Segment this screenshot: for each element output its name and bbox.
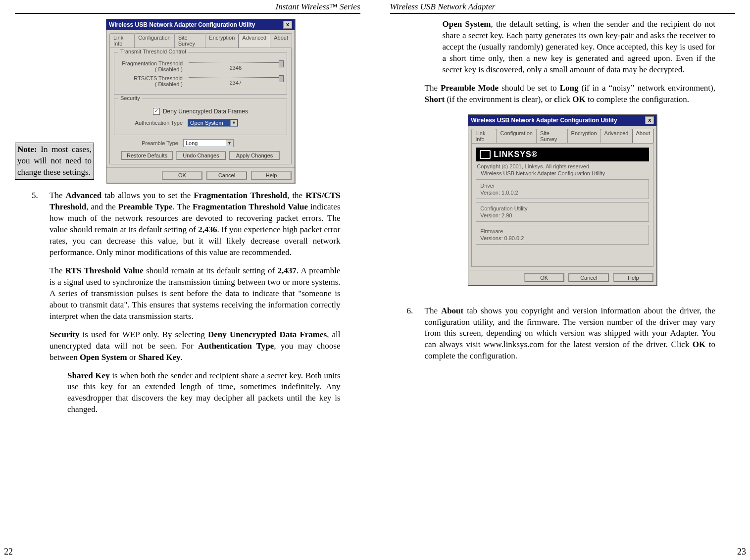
preamble-type-label: Preamble Type [114,140,178,146]
text-bold: Shared Key [67,371,110,380]
text: tab shows you copyright and version info… [425,306,716,350]
tab-configuration[interactable]: Configuration [134,33,174,48]
text: The [425,306,441,315]
dialog-title: Wireless USB Network Adapter Configurati… [471,117,617,124]
copyright-text: Copyright (c) 2001, Linksys. All rights … [477,163,649,169]
running-head-left: Instant Wireless™ Series [15,2,360,14]
cancel-button[interactable]: Cancel [206,171,247,180]
config-title: Configuration Utility [480,205,645,211]
list-number: 5. [32,190,38,202]
rts-threshold-value: 2347 [189,80,283,86]
firmware-title: Firmware [480,228,645,234]
driver-title: Driver [480,183,645,189]
text: . The [173,202,193,211]
security-group: Security ✓ Deny Unencrypted Data Frames … [114,99,287,135]
text: The [50,266,65,275]
text-bold: About [441,306,463,315]
help-button[interactable]: Help [251,171,292,180]
paragraph: The RTS Threshold Value should remain at… [50,265,341,322]
ok-button[interactable]: OK [162,171,202,180]
rts-threshold-slider[interactable]: 2347 [189,77,283,86]
text: , the [287,191,305,200]
list-item-6: 6. The About tab shows you copyright and… [425,305,716,362]
text: . [181,353,183,362]
text-bold: Preamble Type [118,202,173,211]
chevron-down-icon[interactable]: ▼ [230,120,237,126]
close-icon[interactable]: x [645,116,654,124]
text-bold: Deny Unencrypted Data Frames [208,330,327,339]
paragraph: Open System, the default setting, is whe… [443,19,716,76]
transmit-threshold-group: Transmit Threshold Control Fragmentation… [114,52,287,95]
text: The [50,191,66,200]
page-left: Instant Wireless™ Series Note: In most c… [0,0,375,560]
text: should be set to [499,83,560,93]
text-bold: RTS Threshold Value [65,266,144,275]
text: , and the [86,202,118,211]
text-bold: 2,437 [278,266,297,275]
help-button[interactable]: Help [613,273,653,282]
text-bold: c [554,95,558,104]
paragraph: Shared Key is when both the sender and r… [67,370,341,416]
text-bold: Advanced [66,191,102,200]
close-icon[interactable]: x [283,21,292,29]
list-item-5: 5. The Advanced tab allows you to set th… [50,190,341,258]
text: lick [558,95,573,104]
apply-changes-button[interactable]: Apply Changes [229,151,280,160]
text-bold: Short [425,95,445,104]
cancel-button[interactable]: Cancel [568,273,609,282]
text: to complete the configuration. [586,95,689,104]
about-dialog: Wireless USB Network Adapter Configurati… [468,114,657,286]
text-bold: OK [693,340,705,349]
about-tab-panel: LINKSYS® Copyright (c) 2001, Linksys. Al… [471,143,653,267]
tab-link-info[interactable]: Link Info [471,129,497,143]
text: (if in a “noisy” network environment), [579,83,715,93]
text: (if the environment is clear), or [445,95,554,104]
restore-defaults-button[interactable]: Restore Defaults [121,151,173,160]
linksys-brand-banner: LINKSYS® [476,148,649,161]
page-number-right: 23 [737,547,746,557]
tabstrip: Link Info Configuration Site Survey Encr… [109,33,292,48]
deny-unencrypted-checkbox[interactable]: ✓ [153,108,160,115]
tab-site-survey[interactable]: Site Survey [174,33,206,48]
text-bold: Authentication Type [198,341,274,351]
chevron-down-icon[interactable]: ▼ [226,140,233,146]
tab-advanced[interactable]: Advanced [238,33,270,48]
tab-encryption[interactable]: Encryption [205,33,239,48]
text-bold: Security [50,330,79,339]
note-label: Note: [17,145,37,154]
list-number: 6. [407,305,413,317]
group-legend: Transmit Threshold Control [118,49,188,54]
firmware-version: Versions: 0.90.0.2 [480,235,645,241]
driver-version: Version: 1.0.0.2 [480,190,645,196]
frag-threshold-label: Fragmentation Threshold ( Disabled ) [118,60,183,72]
paragraph: Security is used for WEP only. By select… [50,329,341,363]
text-bold: Fragmentation Threshold [194,191,287,200]
ok-button[interactable]: OK [524,273,564,282]
text-bold: OK [572,95,585,104]
text-bold: Long [560,83,579,93]
deny-unencrypted-label: Deny Unencrypted Data Frames [163,108,248,115]
text: should remain at its default setting of [144,266,278,275]
undo-changes-button[interactable]: Undo Changes [176,151,226,160]
firmware-info-box: Firmware Versions: 0.90.0.2 [476,225,649,245]
dialog-title: Wireless USB Network Adapter Configurati… [109,21,255,28]
tab-about[interactable]: About [270,33,292,48]
preamble-type-value: Long [186,140,198,146]
preamble-type-select[interactable]: Long ▼ [183,139,234,147]
tab-configuration[interactable]: Configuration [496,129,536,143]
page-number-left: 22 [4,547,13,557]
slider-thumb[interactable] [279,60,284,67]
auth-type-select[interactable]: Open System ▼ [188,119,238,127]
titlebar: Wireless USB Network Adapter Configurati… [106,19,295,30]
frag-threshold-slider[interactable]: 2346 [189,62,283,71]
titlebar: Wireless USB Network Adapter Configurati… [468,115,656,126]
tab-about[interactable]: About [632,129,654,143]
text-bold: Shared Key [138,353,180,362]
tab-encryption[interactable]: Encryption [567,129,601,143]
tab-site-survey[interactable]: Site Survey [536,129,568,143]
tab-advanced[interactable]: Advanced [600,129,633,143]
page-right: Wireless USB Network Adapter Open System… [375,0,750,560]
slider-thumb[interactable] [279,75,284,82]
tab-link-info[interactable]: Link Info [109,33,135,48]
config-utility-info-box: Configuration Utility Version: 2.90 [476,202,649,222]
